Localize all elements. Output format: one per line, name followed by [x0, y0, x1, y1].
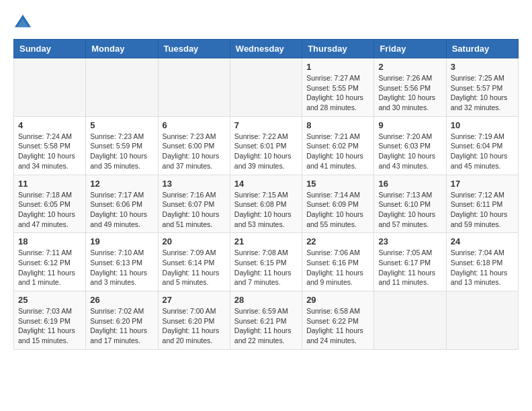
page-header: [13, 13, 519, 32]
logo-icon: [13, 13, 32, 32]
day-number: 6: [163, 120, 226, 130]
day-info: Sunrise: 7:11 AMSunset: 6:12 PMDaylight:…: [18, 248, 81, 287]
day-number: 25: [18, 295, 81, 305]
day-info: Sunrise: 7:06 AMSunset: 6:16 PMDaylight:…: [306, 248, 369, 287]
day-info: Sunrise: 7:24 AMSunset: 5:58 PMDaylight:…: [18, 132, 81, 171]
day-number: 9: [378, 120, 441, 130]
day-info: Sunrise: 7:14 AMSunset: 6:09 PMDaylight:…: [306, 190, 369, 230]
day-info: Sunrise: 7:21 AMSunset: 6:02 PMDaylight:…: [306, 132, 369, 171]
day-number: 26: [90, 295, 153, 305]
calendar-cell: [374, 291, 446, 350]
calendar-cell: 13Sunrise: 7:16 AMSunset: 6:07 PMDayligh…: [158, 175, 230, 233]
calendar-week-5: 25Sunrise: 7:03 AMSunset: 6:19 PMDayligh…: [14, 291, 519, 350]
day-number: 16: [378, 179, 441, 189]
calendar-cell: 20Sunrise: 7:09 AMSunset: 6:14 PMDayligh…: [158, 233, 230, 291]
calendar-cell: 9Sunrise: 7:20 AMSunset: 6:03 PMDaylight…: [374, 116, 446, 175]
calendar-cell: 25Sunrise: 7:03 AMSunset: 6:19 PMDayligh…: [14, 291, 86, 350]
calendar-cell: 2Sunrise: 7:26 AMSunset: 5:56 PMDaylight…: [374, 58, 446, 117]
calendar-cell: 5Sunrise: 7:23 AMSunset: 5:59 PMDaylight…: [86, 116, 158, 175]
calendar-cell: 17Sunrise: 7:12 AMSunset: 6:11 PMDayligh…: [446, 175, 518, 233]
calendar-cell: 10Sunrise: 7:19 AMSunset: 6:04 PMDayligh…: [446, 116, 518, 175]
day-info: Sunrise: 7:04 AMSunset: 6:18 PMDaylight:…: [451, 248, 514, 287]
day-number: 15: [306, 179, 369, 189]
calendar-cell: [446, 291, 518, 350]
calendar-cell: 26Sunrise: 7:02 AMSunset: 6:20 PMDayligh…: [86, 291, 158, 350]
day-number: 2: [378, 62, 441, 72]
calendar-week-3: 11Sunrise: 7:18 AMSunset: 6:05 PMDayligh…: [14, 175, 519, 233]
day-info: Sunrise: 7:27 AMSunset: 5:55 PMDaylight:…: [306, 73, 369, 113]
day-number: 20: [163, 236, 226, 246]
day-info: Sunrise: 7:05 AMSunset: 6:17 PMDaylight:…: [378, 248, 441, 287]
day-number: 22: [306, 236, 369, 246]
day-number: 1: [306, 62, 369, 72]
day-info: Sunrise: 7:25 AMSunset: 5:57 PMDaylight:…: [451, 73, 514, 113]
weekday-header-wednesday: Wednesday: [230, 40, 302, 58]
calendar-week-2: 4Sunrise: 7:24 AMSunset: 5:58 PMDaylight…: [14, 116, 519, 175]
day-number: 28: [234, 295, 298, 305]
day-info: Sunrise: 7:23 AMSunset: 5:59 PMDaylight:…: [90, 132, 153, 171]
weekday-header-friday: Friday: [374, 40, 446, 58]
day-info: Sunrise: 7:26 AMSunset: 5:56 PMDaylight:…: [378, 73, 441, 113]
calendar-table: SundayMondayTuesdayWednesdayThursdayFrid…: [13, 39, 519, 350]
day-info: Sunrise: 7:22 AMSunset: 6:01 PMDaylight:…: [234, 132, 298, 171]
day-number: 23: [378, 236, 441, 246]
weekday-row: SundayMondayTuesdayWednesdayThursdayFrid…: [14, 40, 519, 58]
day-number: 4: [18, 120, 81, 130]
day-info: Sunrise: 6:59 AMSunset: 6:21 PMDaylight:…: [234, 306, 298, 346]
calendar-cell: 21Sunrise: 7:08 AMSunset: 6:15 PMDayligh…: [230, 233, 302, 291]
calendar-cell: 4Sunrise: 7:24 AMSunset: 5:58 PMDaylight…: [14, 116, 86, 175]
day-info: Sunrise: 7:02 AMSunset: 6:20 PMDaylight:…: [90, 306, 153, 346]
calendar-cell: [86, 58, 158, 117]
day-info: Sunrise: 7:00 AMSunset: 6:20 PMDaylight:…: [163, 306, 226, 346]
day-info: Sunrise: 6:58 AMSunset: 6:22 PMDaylight:…: [306, 306, 369, 346]
day-info: Sunrise: 7:15 AMSunset: 6:08 PMDaylight:…: [234, 190, 298, 230]
day-number: 24: [451, 236, 514, 246]
calendar-cell: [230, 58, 302, 117]
day-info: Sunrise: 7:16 AMSunset: 6:07 PMDaylight:…: [163, 190, 226, 230]
day-info: Sunrise: 7:20 AMSunset: 6:03 PMDaylight:…: [378, 132, 441, 171]
calendar-cell: 16Sunrise: 7:13 AMSunset: 6:10 PMDayligh…: [374, 175, 446, 233]
calendar-cell: 3Sunrise: 7:25 AMSunset: 5:57 PMDaylight…: [446, 58, 518, 117]
day-info: Sunrise: 7:03 AMSunset: 6:19 PMDaylight:…: [18, 306, 81, 346]
day-info: Sunrise: 7:17 AMSunset: 6:06 PMDaylight:…: [90, 190, 153, 230]
day-info: Sunrise: 7:19 AMSunset: 6:04 PMDaylight:…: [451, 132, 514, 171]
calendar-cell: 29Sunrise: 6:58 AMSunset: 6:22 PMDayligh…: [302, 291, 374, 350]
calendar-cell: [14, 58, 86, 117]
day-number: 5: [90, 120, 153, 130]
calendar-cell: 28Sunrise: 6:59 AMSunset: 6:21 PMDayligh…: [230, 291, 302, 350]
day-number: 10: [451, 120, 514, 130]
calendar-header: SundayMondayTuesdayWednesdayThursdayFrid…: [14, 40, 519, 58]
weekday-header-monday: Monday: [86, 40, 158, 58]
calendar-cell: 19Sunrise: 7:10 AMSunset: 6:13 PMDayligh…: [86, 233, 158, 291]
day-number: 19: [90, 236, 153, 246]
day-number: 13: [163, 179, 226, 189]
day-number: 27: [163, 295, 226, 305]
day-number: 11: [18, 179, 81, 189]
calendar-cell: 8Sunrise: 7:21 AMSunset: 6:02 PMDaylight…: [302, 116, 374, 175]
day-info: Sunrise: 7:10 AMSunset: 6:13 PMDaylight:…: [90, 248, 153, 287]
calendar-week-1: 1Sunrise: 7:27 AMSunset: 5:55 PMDaylight…: [14, 58, 519, 117]
calendar-cell: 12Sunrise: 7:17 AMSunset: 6:06 PMDayligh…: [86, 175, 158, 233]
calendar-cell: 11Sunrise: 7:18 AMSunset: 6:05 PMDayligh…: [14, 175, 86, 233]
day-info: Sunrise: 7:13 AMSunset: 6:10 PMDaylight:…: [378, 190, 441, 230]
day-info: Sunrise: 7:08 AMSunset: 6:15 PMDaylight:…: [234, 248, 298, 287]
weekday-header-tuesday: Tuesday: [158, 40, 230, 58]
day-number: 12: [90, 179, 153, 189]
day-info: Sunrise: 7:09 AMSunset: 6:14 PMDaylight:…: [163, 248, 226, 287]
calendar-cell: 22Sunrise: 7:06 AMSunset: 6:16 PMDayligh…: [302, 233, 374, 291]
calendar-cell: 7Sunrise: 7:22 AMSunset: 6:01 PMDaylight…: [230, 116, 302, 175]
day-number: 17: [451, 179, 514, 189]
calendar-cell: 24Sunrise: 7:04 AMSunset: 6:18 PMDayligh…: [446, 233, 518, 291]
calendar-cell: 23Sunrise: 7:05 AMSunset: 6:17 PMDayligh…: [374, 233, 446, 291]
weekday-header-sunday: Sunday: [14, 40, 86, 58]
weekday-header-saturday: Saturday: [446, 40, 518, 58]
calendar-week-4: 18Sunrise: 7:11 AMSunset: 6:12 PMDayligh…: [14, 233, 519, 291]
calendar-cell: [158, 58, 230, 117]
day-number: 8: [306, 120, 369, 130]
day-number: 21: [234, 236, 298, 246]
logo: [13, 13, 35, 32]
day-number: 3: [451, 62, 514, 72]
calendar-cell: 27Sunrise: 7:00 AMSunset: 6:20 PMDayligh…: [158, 291, 230, 350]
day-info: Sunrise: 7:12 AMSunset: 6:11 PMDaylight:…: [451, 190, 514, 230]
calendar-cell: 6Sunrise: 7:23 AMSunset: 6:00 PMDaylight…: [158, 116, 230, 175]
